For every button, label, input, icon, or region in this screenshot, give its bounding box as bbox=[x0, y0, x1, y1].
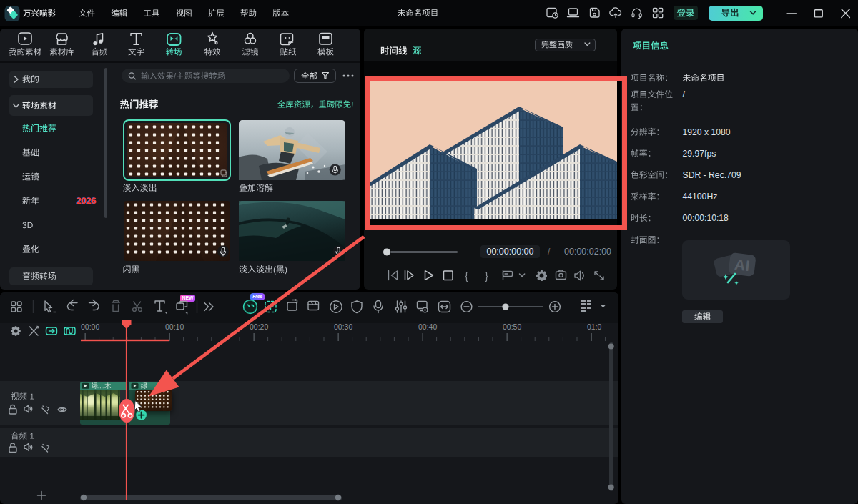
svg-text:AI: AI bbox=[734, 256, 751, 274]
